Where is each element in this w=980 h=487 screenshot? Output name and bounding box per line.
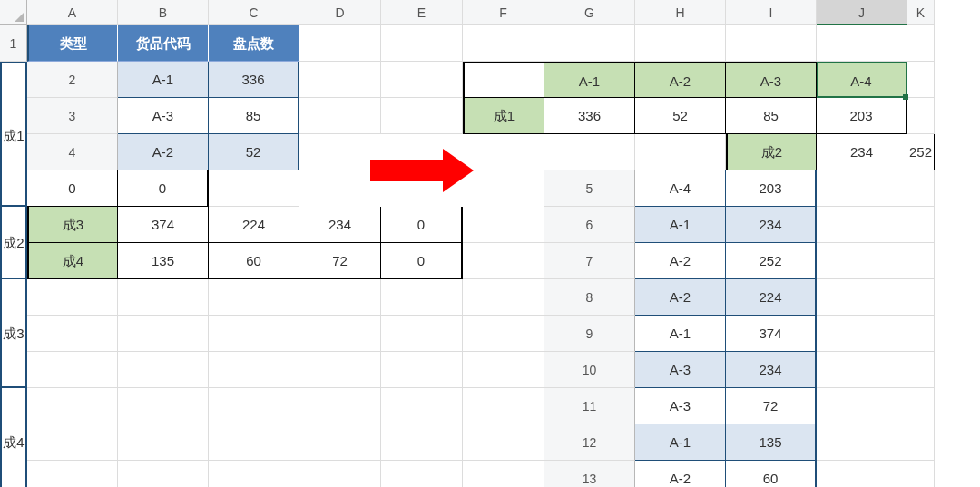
cell-B7[interactable]: A-2 bbox=[635, 243, 726, 279]
cell-F10[interactable] bbox=[27, 388, 118, 424]
cell-G9[interactable] bbox=[118, 352, 209, 388]
cell-E9[interactable] bbox=[907, 316, 935, 352]
cell-C6[interactable]: 234 bbox=[726, 207, 817, 243]
row-header-8[interactable]: 8 bbox=[544, 279, 635, 316]
cell-A2[interactable]: 成1 bbox=[0, 62, 27, 207]
row-header-7[interactable]: 7 bbox=[544, 243, 635, 279]
cell-G1[interactable] bbox=[544, 25, 635, 62]
cell-J7[interactable] bbox=[381, 279, 463, 316]
cell-I12[interactable] bbox=[299, 461, 381, 487]
select-all-corner[interactable] bbox=[0, 0, 27, 25]
col-header-A[interactable]: A bbox=[27, 0, 118, 25]
cell-K8[interactable] bbox=[463, 316, 544, 352]
cell-F4[interactable]: 成2 bbox=[726, 134, 817, 170]
cell-A11[interactable]: 成4 bbox=[0, 388, 27, 487]
cell-J11[interactable] bbox=[381, 424, 463, 461]
cell-B2[interactable]: A-1 bbox=[118, 62, 209, 98]
cell-F7[interactable] bbox=[27, 279, 118, 316]
cell-F2[interactable] bbox=[463, 62, 544, 98]
cell-A8[interactable]: 成3 bbox=[0, 279, 27, 388]
cell-D11[interactable] bbox=[817, 388, 907, 424]
row-header-1[interactable]: 1 bbox=[0, 25, 27, 62]
cell-H1[interactable] bbox=[635, 25, 726, 62]
cell-I6[interactable]: 72 bbox=[299, 243, 381, 279]
cell-G6[interactable]: 135 bbox=[118, 243, 209, 279]
col-header-J[interactable]: J bbox=[817, 0, 907, 25]
cell-I11[interactable] bbox=[299, 424, 381, 461]
cell-E4[interactable] bbox=[635, 134, 726, 170]
row-header-9[interactable]: 9 bbox=[544, 316, 635, 352]
cell-I3[interactable]: 85 bbox=[726, 98, 817, 134]
row-header-10[interactable]: 10 bbox=[544, 352, 635, 388]
cell-B13[interactable]: A-2 bbox=[635, 461, 726, 487]
cell-K12[interactable] bbox=[463, 461, 544, 487]
cell-F6[interactable]: 成4 bbox=[27, 243, 118, 279]
col-header-D[interactable]: D bbox=[299, 0, 381, 25]
row-header-6[interactable]: 6 bbox=[544, 207, 635, 243]
cell-A6[interactable]: 成2 bbox=[0, 207, 27, 279]
cell-E2[interactable] bbox=[381, 62, 463, 98]
cell-B12[interactable]: A-1 bbox=[635, 424, 726, 461]
row-header-12[interactable]: 12 bbox=[544, 424, 635, 461]
cell-K6[interactable] bbox=[463, 243, 544, 279]
cell-D2[interactable] bbox=[299, 62, 381, 98]
cell-I7[interactable] bbox=[299, 279, 381, 316]
cell-G3[interactable]: 336 bbox=[544, 98, 635, 134]
cell-D7[interactable] bbox=[817, 243, 907, 279]
row-header-3[interactable]: 3 bbox=[27, 98, 118, 134]
cell-K1[interactable] bbox=[907, 25, 935, 62]
cell-D6[interactable] bbox=[817, 207, 907, 243]
row-header-13[interactable]: 13 bbox=[544, 461, 635, 487]
cell-B3[interactable]: A-3 bbox=[118, 98, 209, 134]
cell-I2[interactable]: A-3 bbox=[726, 62, 817, 98]
cell-D4[interactable] bbox=[544, 134, 635, 170]
col-header-I[interactable]: I bbox=[726, 0, 817, 25]
cell-C4[interactable]: 52 bbox=[209, 134, 299, 170]
cell-I9[interactable] bbox=[299, 352, 381, 388]
cell-E6[interactable] bbox=[907, 207, 935, 243]
col-header-E[interactable]: E bbox=[381, 0, 463, 25]
cell-G7[interactable] bbox=[118, 279, 209, 316]
cell-B1[interactable]: 货品代码 bbox=[118, 25, 209, 62]
cell-K2[interactable] bbox=[907, 62, 935, 98]
cell-H7[interactable] bbox=[209, 279, 299, 316]
cell-H5[interactable]: 224 bbox=[209, 207, 299, 243]
cell-J5[interactable]: 0 bbox=[381, 207, 463, 243]
cell-D8[interactable] bbox=[817, 279, 907, 316]
cell-D5[interactable] bbox=[817, 170, 907, 207]
cell-A1[interactable]: 类型 bbox=[27, 25, 118, 62]
cell-E7[interactable] bbox=[907, 243, 935, 279]
cell-E11[interactable] bbox=[907, 388, 935, 424]
cell-D10[interactable] bbox=[817, 352, 907, 388]
cell-K9[interactable] bbox=[463, 352, 544, 388]
cell-C11[interactable]: 72 bbox=[726, 388, 817, 424]
cell-C12[interactable]: 135 bbox=[726, 424, 817, 461]
cell-J3[interactable]: 203 bbox=[817, 98, 907, 134]
cell-F8[interactable] bbox=[27, 316, 118, 352]
col-header-H[interactable]: H bbox=[635, 0, 726, 25]
cell-K5[interactable] bbox=[463, 207, 544, 243]
cell-K10[interactable] bbox=[463, 388, 544, 424]
cell-J1[interactable] bbox=[817, 25, 907, 62]
cell-E1[interactable] bbox=[381, 25, 463, 62]
cell-F1[interactable] bbox=[463, 25, 544, 62]
cell-K3[interactable] bbox=[907, 98, 935, 134]
cell-C13[interactable]: 60 bbox=[726, 461, 817, 487]
cell-I1[interactable] bbox=[726, 25, 817, 62]
cell-C8[interactable]: 224 bbox=[726, 279, 817, 316]
cell-E12[interactable] bbox=[907, 424, 935, 461]
cell-C9[interactable]: 374 bbox=[726, 316, 817, 352]
cell-C1[interactable]: 盘点数 bbox=[209, 25, 299, 62]
col-header-B[interactable]: B bbox=[118, 0, 209, 25]
cell-G2[interactable]: A-1 bbox=[544, 62, 635, 98]
cell-J4[interactable]: 0 bbox=[118, 170, 209, 207]
cell-H11[interactable] bbox=[209, 424, 299, 461]
col-header-C[interactable]: C bbox=[209, 0, 299, 25]
cell-I8[interactable] bbox=[299, 316, 381, 352]
cell-C7[interactable]: 252 bbox=[726, 243, 817, 279]
cell-B5[interactable]: A-4 bbox=[635, 170, 726, 207]
cell-J2[interactable]: A-4 bbox=[817, 62, 907, 98]
cell-C10[interactable]: 234 bbox=[726, 352, 817, 388]
cell-I10[interactable] bbox=[299, 388, 381, 424]
cell-J9[interactable] bbox=[381, 352, 463, 388]
